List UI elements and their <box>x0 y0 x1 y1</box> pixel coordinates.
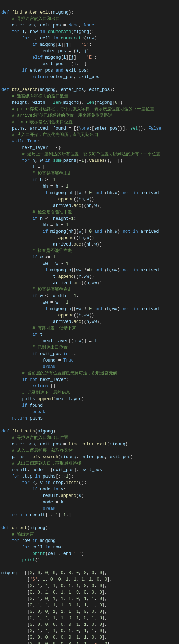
code-block: def find_enter_exit(migong): # 寻找迷宫的入口和出… <box>0 0 179 644</box>
comment-1: # 寻找迷宫的入口和出口 <box>12 16 60 21</box>
function-find-enter-exit: find_enter_exit <box>12 10 50 15</box>
keyword-def: def <box>1 10 9 15</box>
